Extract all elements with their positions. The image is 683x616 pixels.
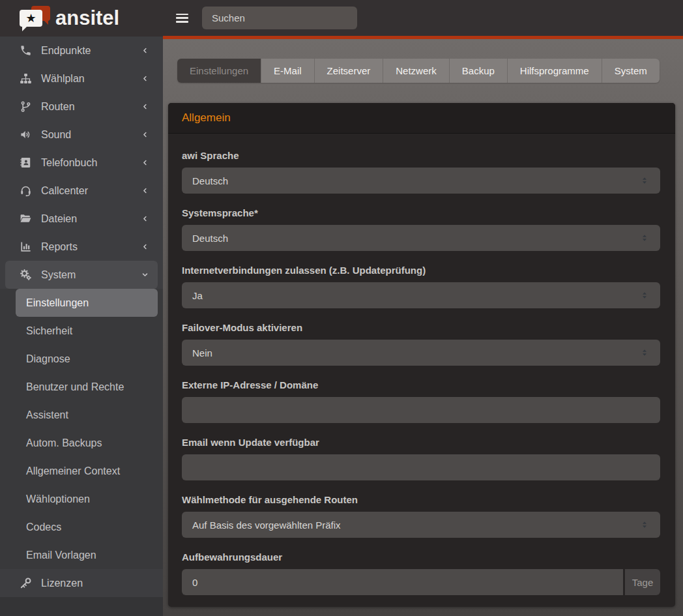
address-book-icon <box>20 156 32 169</box>
field-label: Externe IP-Adresse / Domäne <box>182 379 660 391</box>
hamburger-menu-icon[interactable] <box>176 14 188 23</box>
form-field-externe-ip: Externe IP-Adresse / Domäne <box>182 379 660 423</box>
sidebar-subitem-allgemeiner-context[interactable]: Allgemeiner Context <box>16 457 158 485</box>
field-label: Aufbewahrungsdauer <box>182 551 660 563</box>
select-arrows-icon <box>639 233 650 243</box>
select-internetverbindungen[interactable]: Ja <box>182 282 660 308</box>
sidebar-item-label: Reports <box>41 241 141 253</box>
code-branch-icon <box>20 100 32 113</box>
sidebar-subitem-email-vorlagen[interactable]: Email Vorlagen <box>16 541 158 569</box>
tab-zeitserver[interactable]: Zeitserver <box>314 59 383 83</box>
sidebar-item-label: Routen <box>41 101 141 113</box>
sidebar-item-label: Dateien <box>41 213 141 225</box>
sidebar-item-dateien[interactable]: Dateien <box>0 205 163 233</box>
form-field-email-update: Email wenn Update verfügbar <box>182 436 660 480</box>
select-waehlmethode[interactable]: Auf Basis des vorgewählten Präfix <box>182 512 660 538</box>
sidebar-item-waehlplan[interactable]: Wählplan <box>0 65 163 93</box>
gears-icon <box>20 269 32 281</box>
input-email-update[interactable] <box>182 454 660 480</box>
field-label: Wählmethode für ausgehende Routen <box>182 493 660 506</box>
chevron-left-icon <box>141 47 149 54</box>
panel-title: Allgemein <box>182 111 231 125</box>
sidebar-item-label: Sound <box>41 129 141 141</box>
select-value: Nein <box>192 347 212 359</box>
sidebar-subitem-benutzer-und-rechte[interactable]: Benutzer und Rechte <box>16 373 158 401</box>
sidebar-subitem-sicherheit[interactable]: Sicherheit <box>16 317 158 345</box>
sidebar-subitem-label: Assistent <box>26 409 68 421</box>
select-value: Deutsch <box>192 175 228 186</box>
bar-chart-icon <box>20 241 32 253</box>
panel-header: Allgemein <box>168 103 675 134</box>
form-field-failover-modus: Failover-Modus aktivieren Nein <box>182 321 660 366</box>
chevron-left-icon <box>141 131 149 138</box>
sidebar-subitem-waehloptionen[interactable]: Wähloptionen <box>16 485 158 513</box>
tab-backup[interactable]: Backup <box>449 59 507 83</box>
select-awi-sprache[interactable]: Deutsch <box>182 168 660 194</box>
field-label: Systemsprache* <box>182 207 660 219</box>
form-field-waehlmethode: Wählmethode für ausgehende Routen Auf Ba… <box>182 493 660 538</box>
sidebar-subitem-assistent[interactable]: Assistent <box>16 401 158 429</box>
sidebar-item-callcenter[interactable]: Callcenter <box>0 177 163 205</box>
sidebar-subitem-label: Einstellungen <box>26 297 89 309</box>
headset-icon <box>20 184 32 197</box>
sidebar-item-system[interactable]: System <box>5 261 158 289</box>
select-arrows-icon <box>639 175 650 186</box>
sidebar-item-reports[interactable]: Reports <box>0 233 163 261</box>
chevron-left-icon <box>141 215 149 222</box>
input-addon: Tage <box>625 569 660 595</box>
sidebar-subitem-label: Benutzer und Rechte <box>26 381 124 393</box>
phone-icon <box>20 44 32 57</box>
chevron-left-icon <box>141 187 149 194</box>
sidebar-subitem-einstellungen[interactable]: Einstellungen <box>16 289 158 317</box>
sidebar-item-label: Callcenter <box>41 185 141 197</box>
sidebar-subitem-label: Wähloptionen <box>26 493 90 505</box>
sidebar-subitem-diagnose[interactable]: Diagnose <box>16 345 158 373</box>
input-aufbewahrungsdauer[interactable] <box>182 569 623 595</box>
form-field-systemsprache: Systemsprache* Deutsch <box>182 207 660 251</box>
input-externe-ip[interactable] <box>182 397 660 423</box>
field-label: Internetverbindungen zulassen (z.B. Upda… <box>182 264 660 276</box>
sidebar-filler <box>0 597 163 616</box>
sidebar-item-routen[interactable]: Routen <box>0 93 163 121</box>
speech-bubble-star-icon: ★ <box>20 6 53 32</box>
star-glyph: ★ <box>25 12 36 24</box>
sidebar-subitem-label: Autom. Backups <box>26 437 102 449</box>
tab-netzwerk[interactable]: Netzwerk <box>383 59 449 83</box>
tab-system[interactable]: System <box>602 59 660 83</box>
settings-tab-bar: Einstellungen E-Mail Zeitserver Netzwerk… <box>177 59 660 83</box>
chevron-left-icon <box>141 159 149 166</box>
folder-open-icon <box>20 213 32 225</box>
sidebar-item-lizenzen[interactable]: Lizenzen <box>0 569 163 597</box>
select-systemsprache[interactable]: Deutsch <box>182 225 660 251</box>
key-icon <box>20 577 32 589</box>
sidebar-item-sound[interactable]: Sound <box>0 121 163 149</box>
input-group: Tage <box>182 569 660 595</box>
select-arrows-icon <box>639 290 650 301</box>
sidebar-subitem-label: Codecs <box>26 521 61 533</box>
sidebar-item-telefonbuch[interactable]: Telefonbuch <box>0 149 163 177</box>
sidebar-item-endpunkte[interactable]: Endpunkte <box>0 37 163 65</box>
select-value: Deutsch <box>192 233 228 244</box>
chevron-left-icon <box>141 75 149 82</box>
field-label: Email wenn Update verfügbar <box>182 436 660 448</box>
settings-panel: Allgemein awi Sprache Deutsch Systemspra… <box>168 103 675 607</box>
sitemap-icon <box>20 72 32 85</box>
tab-einstellungen[interactable]: Einstellungen <box>177 59 261 83</box>
sidebar-subitem-label: Diagnose <box>26 353 70 365</box>
sidebar-subitem-label: Allgemeiner Context <box>26 465 120 477</box>
panel-body: awi Sprache Deutsch Systemsprache* Deuts… <box>168 134 675 607</box>
select-failover-modus[interactable]: Nein <box>182 340 660 366</box>
sidebar-item-label: Endpunkte <box>41 45 141 57</box>
brand-name: ansitel <box>55 7 119 30</box>
volume-icon <box>20 128 32 141</box>
search-input[interactable] <box>202 7 357 29</box>
brand-logo[interactable]: ★ ansitel <box>0 0 163 37</box>
tab-hilfsprogramme[interactable]: Hilfsprogramme <box>507 59 602 83</box>
sidebar-subitem-label: Sicherheit <box>26 325 72 337</box>
sidebar-item-label: Telefonbuch <box>41 157 141 169</box>
sidebar-subitem-autom-backups[interactable]: Autom. Backups <box>16 429 158 457</box>
chevron-left-icon <box>141 243 149 250</box>
system-submenu: Einstellungen Sicherheit Diagnose Benutz… <box>0 289 163 569</box>
tab-email[interactable]: E-Mail <box>261 59 314 83</box>
sidebar-subitem-codecs[interactable]: Codecs <box>16 513 158 541</box>
